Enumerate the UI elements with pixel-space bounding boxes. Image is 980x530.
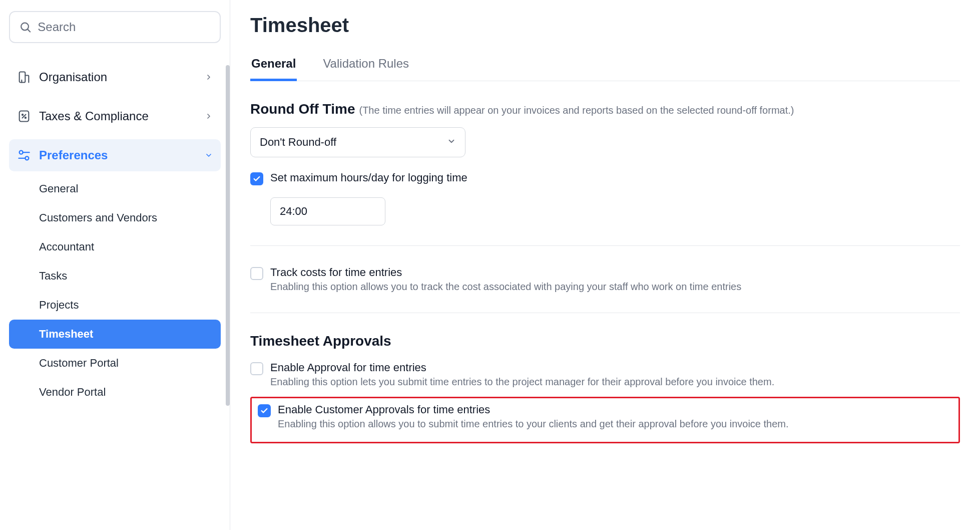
sidebar-item-organisation[interactable]: Organisation — [9, 61, 221, 93]
svg-rect-2 — [20, 72, 26, 83]
enable-customer-approval-desc: Enabling this option allows you to submi… — [278, 418, 789, 430]
preferences-submenu: General Customers and Vendors Accountant… — [9, 174, 221, 407]
enable-approval-checkbox[interactable] — [250, 362, 263, 375]
round-off-hint: (The time entries will appear on your in… — [359, 105, 794, 116]
sidebar-item-label: Taxes & Compliance — [39, 109, 149, 123]
sidebar-scrollbar[interactable] — [226, 65, 230, 406]
sidebar: Organisation Taxes & Compliance — [0, 0, 230, 530]
chevron-down-icon — [447, 136, 456, 149]
enable-customer-approval-checkbox[interactable] — [258, 404, 271, 417]
track-costs-section: Track costs for time entries Enabling th… — [250, 266, 960, 293]
chevron-right-icon — [205, 70, 213, 84]
sub-item-vendor-portal[interactable]: Vendor Portal — [9, 378, 221, 407]
max-hours-label: Set maximum hours/day for logging time — [270, 171, 467, 184]
sub-item-label: Customer Portal — [39, 357, 119, 370]
sub-item-label: Accountant — [39, 240, 94, 253]
sidebar-item-preferences[interactable]: Preferences — [9, 139, 221, 171]
enable-approval-label: Enable Approval for time entries — [270, 361, 774, 374]
search-input[interactable] — [38, 20, 211, 34]
sub-item-label: Projects — [39, 299, 79, 312]
round-off-title: Round Off Time — [250, 101, 355, 117]
sub-item-accountant[interactable]: Accountant — [9, 232, 221, 261]
svg-point-5 — [22, 114, 23, 115]
track-costs-label: Track costs for time entries — [270, 266, 741, 279]
tab-general[interactable]: General — [250, 57, 297, 81]
max-hours-input[interactable] — [270, 197, 385, 225]
track-costs-checkbox[interactable] — [250, 267, 263, 280]
sidebar-item-label: Preferences — [39, 148, 108, 162]
track-costs-desc: Enabling this option allows you to track… — [270, 281, 741, 293]
enable-customer-approval-label: Enable Customer Approvals for time entri… — [278, 403, 789, 416]
sub-item-tasks[interactable]: Tasks — [9, 261, 221, 291]
search-container[interactable] — [9, 11, 221, 43]
tab-validation-rules[interactable]: Validation Rules — [322, 57, 410, 81]
approvals-section: Timesheet Approvals Enable Approval for … — [250, 333, 960, 443]
customer-approval-highlight: Enable Customer Approvals for time entri… — [250, 397, 960, 443]
sub-item-projects[interactable]: Projects — [9, 291, 221, 320]
sliders-icon — [17, 148, 31, 162]
sidebar-item-taxes[interactable]: Taxes & Compliance — [9, 100, 221, 132]
svg-point-6 — [25, 117, 26, 118]
sidebar-item-label: Organisation — [39, 70, 107, 84]
enable-approval-desc: Enabling this option lets you submit tim… — [270, 376, 774, 388]
chevron-right-icon — [205, 109, 213, 123]
page-title: Timesheet — [250, 14, 960, 37]
sub-item-general[interactable]: General — [9, 174, 221, 203]
round-off-select-value: Don't Round-off — [260, 136, 336, 149]
sub-item-label: Timesheet — [39, 328, 93, 341]
sub-item-customers[interactable]: Customers and Vendors — [9, 203, 221, 232]
chevron-down-icon — [205, 148, 213, 162]
search-icon — [19, 20, 32, 34]
approvals-title: Timesheet Approvals — [250, 333, 391, 349]
sub-item-label: General — [39, 182, 78, 195]
svg-line-1 — [28, 30, 31, 32]
percent-file-icon — [17, 109, 31, 123]
divider — [250, 313, 960, 313]
building-icon — [17, 70, 31, 84]
sub-item-customer-portal[interactable]: Customer Portal — [9, 349, 221, 378]
divider — [250, 245, 960, 246]
sub-item-label: Tasks — [39, 270, 67, 283]
tabs: General Validation Rules — [250, 57, 960, 81]
sub-item-label: Vendor Portal — [39, 386, 106, 399]
round-off-select[interactable]: Don't Round-off — [250, 127, 465, 157]
round-off-section: Round Off Time (The time entries will ap… — [250, 101, 960, 225]
sub-item-label: Customers and Vendors — [39, 211, 157, 224]
main-content: Timesheet General Validation Rules Round… — [230, 0, 980, 530]
max-hours-checkbox[interactable] — [250, 172, 263, 185]
sub-item-timesheet[interactable]: Timesheet — [9, 320, 221, 349]
